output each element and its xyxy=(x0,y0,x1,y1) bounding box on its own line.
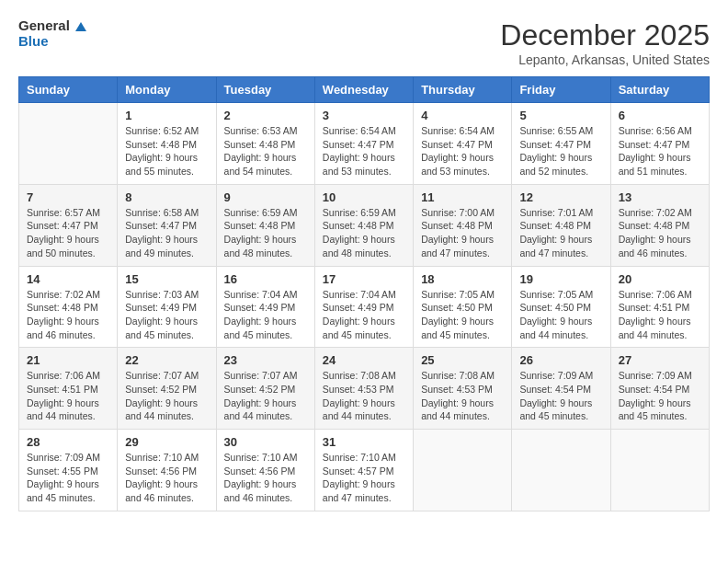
calendar-week-row: 28 Sunrise: 7:09 AM Sunset: 4:55 PM Dayl… xyxy=(19,430,710,511)
calendar-cell: 22 Sunrise: 7:07 AM Sunset: 4:52 PM Dayl… xyxy=(118,348,216,430)
sunrise-text: Sunrise: 7:04 AM xyxy=(323,288,405,302)
sunrise-text: Sunrise: 7:08 AM xyxy=(323,369,405,383)
daylight-text: Daylight: 9 hours and 49 minutes. xyxy=(125,233,208,259)
sunset-text: Sunset: 4:52 PM xyxy=(224,383,307,396)
daylight-text: Daylight: 9 hours and 45 minutes. xyxy=(224,315,307,341)
daylight-text: Daylight: 9 hours and 45 minutes. xyxy=(519,396,602,423)
sunset-text: Sunset: 4:51 PM xyxy=(619,301,701,315)
calendar-cell: 9 Sunrise: 6:59 AM Sunset: 4:48 PM Dayli… xyxy=(216,184,314,266)
day-info: Sunrise: 7:05 AM Sunset: 4:50 PM Dayligh… xyxy=(421,288,504,342)
sunset-text: Sunset: 4:50 PM xyxy=(519,301,602,315)
daylight-text: Daylight: 9 hours and 54 minutes. xyxy=(224,151,307,178)
calendar-week-row: 21 Sunrise: 7:06 AM Sunset: 4:51 PM Dayl… xyxy=(19,348,710,430)
sunset-text: Sunset: 4:55 PM xyxy=(27,465,109,478)
sunset-text: Sunset: 4:53 PM xyxy=(323,383,405,396)
day-number: 22 xyxy=(125,353,208,367)
day-info: Sunrise: 7:06 AM Sunset: 4:51 PM Dayligh… xyxy=(27,369,109,423)
daylight-text: Daylight: 9 hours and 55 minutes. xyxy=(125,151,208,178)
day-info: Sunrise: 6:54 AM Sunset: 4:47 PM Dayligh… xyxy=(323,124,405,178)
sunrise-text: Sunrise: 7:10 AM xyxy=(224,451,307,465)
daylight-text: Daylight: 9 hours and 44 minutes. xyxy=(27,396,109,423)
calendar-cell: 20 Sunrise: 7:06 AM Sunset: 4:51 PM Dayl… xyxy=(610,266,709,348)
subtitle: Lepanto, Arkansas, United States xyxy=(500,52,710,67)
daylight-text: Daylight: 9 hours and 44 minutes. xyxy=(125,396,208,423)
sunrise-text: Sunrise: 6:52 AM xyxy=(125,124,208,138)
day-info: Sunrise: 6:59 AM Sunset: 4:48 PM Dayligh… xyxy=(224,206,307,260)
day-number: 31 xyxy=(323,435,405,449)
day-number: 16 xyxy=(224,272,307,286)
daylight-text: Daylight: 9 hours and 44 minutes. xyxy=(421,396,504,423)
daylight-text: Daylight: 9 hours and 45 minutes. xyxy=(323,315,405,341)
sunset-text: Sunset: 4:48 PM xyxy=(224,219,307,233)
calendar-cell: 3 Sunrise: 6:54 AM Sunset: 4:47 PM Dayli… xyxy=(314,103,413,185)
sunrise-text: Sunrise: 7:07 AM xyxy=(125,369,208,383)
day-info: Sunrise: 6:58 AM Sunset: 4:47 PM Dayligh… xyxy=(125,206,208,260)
sunset-text: Sunset: 4:52 PM xyxy=(125,383,208,396)
daylight-text: Daylight: 9 hours and 44 minutes. xyxy=(323,396,405,423)
day-number: 5 xyxy=(519,109,602,122)
sunset-text: Sunset: 4:47 PM xyxy=(323,138,405,152)
day-number: 28 xyxy=(27,435,109,449)
calendar-cell: 10 Sunrise: 6:59 AM Sunset: 4:48 PM Dayl… xyxy=(314,184,413,266)
sunset-text: Sunset: 4:47 PM xyxy=(519,138,602,152)
sunrise-text: Sunrise: 7:02 AM xyxy=(619,206,701,220)
sunrise-text: Sunrise: 7:07 AM xyxy=(224,369,307,383)
weekday-header: Wednesday xyxy=(314,77,413,103)
calendar-cell: 15 Sunrise: 7:03 AM Sunset: 4:49 PM Dayl… xyxy=(118,266,216,348)
calendar-cell: 18 Sunrise: 7:05 AM Sunset: 4:50 PM Dayl… xyxy=(414,266,512,348)
day-number: 11 xyxy=(421,190,504,204)
day-info: Sunrise: 7:02 AM Sunset: 4:48 PM Dayligh… xyxy=(619,206,701,260)
daylight-text: Daylight: 9 hours and 53 minutes. xyxy=(323,151,405,178)
calendar-week-row: 1 Sunrise: 6:52 AM Sunset: 4:48 PM Dayli… xyxy=(19,103,710,185)
weekday-header: Tuesday xyxy=(216,77,314,103)
sunrise-text: Sunrise: 7:04 AM xyxy=(224,288,307,302)
daylight-text: Daylight: 9 hours and 48 minutes. xyxy=(224,233,307,259)
day-number: 3 xyxy=(323,109,405,122)
page-header: General Blue December 2025 Lepanto, Arka… xyxy=(18,18,710,67)
sunset-text: Sunset: 4:48 PM xyxy=(125,138,208,152)
sunrise-text: Sunrise: 7:05 AM xyxy=(519,288,602,302)
sunrise-text: Sunrise: 6:53 AM xyxy=(224,124,307,138)
day-info: Sunrise: 7:09 AM Sunset: 4:55 PM Dayligh… xyxy=(27,451,109,505)
day-number: 25 xyxy=(421,353,504,367)
calendar-cell: 27 Sunrise: 7:09 AM Sunset: 4:54 PM Dayl… xyxy=(610,348,709,430)
day-number: 17 xyxy=(323,272,405,286)
sunrise-text: Sunrise: 7:02 AM xyxy=(27,288,109,302)
sunset-text: Sunset: 4:54 PM xyxy=(619,383,701,396)
sunrise-text: Sunrise: 7:10 AM xyxy=(125,451,208,465)
daylight-text: Daylight: 9 hours and 44 minutes. xyxy=(619,315,701,341)
day-number: 9 xyxy=(224,190,307,204)
sunrise-text: Sunrise: 7:09 AM xyxy=(619,369,701,383)
calendar-cell: 19 Sunrise: 7:05 AM Sunset: 4:50 PM Dayl… xyxy=(512,266,610,348)
calendar-cell: 21 Sunrise: 7:06 AM Sunset: 4:51 PM Dayl… xyxy=(19,348,118,430)
calendar-cell: 13 Sunrise: 7:02 AM Sunset: 4:48 PM Dayl… xyxy=(610,184,709,266)
calendar-cell xyxy=(512,430,610,511)
day-number: 15 xyxy=(125,272,208,286)
calendar-cell: 8 Sunrise: 6:58 AM Sunset: 4:47 PM Dayli… xyxy=(118,184,216,266)
calendar-cell: 4 Sunrise: 6:54 AM Sunset: 4:47 PM Dayli… xyxy=(414,103,512,185)
sunset-text: Sunset: 4:47 PM xyxy=(27,219,109,233)
day-number: 12 xyxy=(519,190,602,204)
day-info: Sunrise: 6:55 AM Sunset: 4:47 PM Dayligh… xyxy=(519,124,602,178)
sunrise-text: Sunrise: 6:54 AM xyxy=(421,124,504,138)
calendar-cell xyxy=(414,430,512,511)
daylight-text: Daylight: 9 hours and 45 minutes. xyxy=(619,396,701,423)
daylight-text: Daylight: 9 hours and 52 minutes. xyxy=(519,151,602,178)
day-number: 2 xyxy=(224,109,307,122)
sunrise-text: Sunrise: 6:56 AM xyxy=(619,124,701,138)
day-info: Sunrise: 7:02 AM Sunset: 4:48 PM Dayligh… xyxy=(27,288,109,342)
day-info: Sunrise: 7:07 AM Sunset: 4:52 PM Dayligh… xyxy=(125,369,208,423)
calendar-cell: 11 Sunrise: 7:00 AM Sunset: 4:48 PM Dayl… xyxy=(414,184,512,266)
calendar-cell: 17 Sunrise: 7:04 AM Sunset: 4:49 PM Dayl… xyxy=(314,266,413,348)
day-info: Sunrise: 7:03 AM Sunset: 4:49 PM Dayligh… xyxy=(125,288,208,342)
weekday-header: Sunday xyxy=(19,77,118,103)
logo: General Blue xyxy=(18,18,86,49)
sunrise-text: Sunrise: 7:06 AM xyxy=(27,369,109,383)
sunset-text: Sunset: 4:48 PM xyxy=(224,138,307,152)
sunset-text: Sunset: 4:47 PM xyxy=(421,138,504,152)
sunrise-text: Sunrise: 7:05 AM xyxy=(421,288,504,302)
daylight-text: Daylight: 9 hours and 45 minutes. xyxy=(421,315,504,341)
sunset-text: Sunset: 4:47 PM xyxy=(619,138,701,152)
day-info: Sunrise: 7:07 AM Sunset: 4:52 PM Dayligh… xyxy=(224,369,307,423)
sunrise-text: Sunrise: 6:54 AM xyxy=(323,124,405,138)
